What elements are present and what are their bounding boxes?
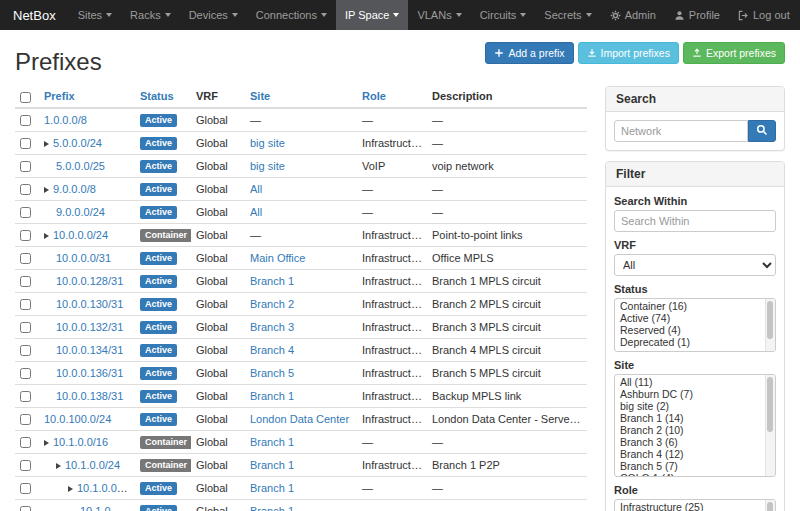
prefix-link[interactable]: 10.0.0.128/31 — [56, 275, 123, 287]
prefix-link[interactable]: 10.0.0.130/31 — [56, 298, 123, 310]
nav-item-devices[interactable]: Devices — [180, 0, 247, 30]
vrf-select[interactable]: All — [614, 254, 776, 276]
prefix-link[interactable]: 10.0.0.0/31 — [56, 252, 111, 264]
expand-arrow-icon[interactable] — [68, 486, 73, 492]
nav-item-racks[interactable]: Racks — [121, 0, 180, 30]
option-branch-1-14[interactable]: Branch 1 (14) — [615, 412, 775, 424]
site-link[interactable]: All — [250, 206, 262, 218]
row-checkbox[interactable] — [20, 391, 31, 402]
scrollbar-thumb[interactable] — [767, 377, 773, 432]
site-link[interactable]: big site — [250, 137, 285, 149]
site-link[interactable]: Branch 3 — [250, 321, 294, 333]
site-link[interactable]: Branch 1 — [250, 459, 294, 471]
option-branch-2-10[interactable]: Branch 2 (10) — [615, 424, 775, 436]
row-checkbox[interactable] — [20, 276, 31, 287]
column-header-prefix[interactable]: Prefix — [39, 86, 135, 108]
option-infrastructure-25[interactable]: Infrastructure (25) — [615, 501, 775, 511]
nav-item-profile[interactable]: Profile — [665, 0, 729, 30]
site-listbox[interactable]: All (11)Ashburn DC (7)big site (2)Branch… — [614, 374, 776, 477]
site-link[interactable]: Branch 1 — [250, 390, 294, 402]
import-prefixes-button[interactable]: Import prefixes — [578, 42, 679, 64]
row-checkbox[interactable] — [20, 184, 31, 195]
prefix-link[interactable]: 9.0.0.0/8 — [53, 183, 96, 195]
add-a-prefix-button[interactable]: Add a prefix — [485, 42, 573, 64]
row-checkbox[interactable] — [20, 230, 31, 241]
option-branch-3-6[interactable]: Branch 3 (6) — [615, 436, 775, 448]
site-link[interactable]: Branch 5 — [250, 367, 294, 379]
row-checkbox[interactable] — [20, 483, 31, 494]
expand-arrow-icon[interactable] — [44, 440, 49, 446]
option-reserved-4[interactable]: Reserved (4) — [615, 324, 775, 336]
nav-item-connections[interactable]: Connections — [247, 0, 336, 30]
nav-item-sites[interactable]: Sites — [69, 0, 121, 30]
option-container-16[interactable]: Container (16) — [615, 300, 775, 312]
site-link[interactable]: Branch 1 — [250, 482, 294, 494]
column-header-site[interactable]: Site — [245, 86, 357, 108]
prefix-link[interactable]: 5.0.0.0/25 — [56, 160, 105, 172]
site-link[interactable]: big site — [250, 160, 285, 172]
nav-item-circuits[interactable]: Circuits — [471, 0, 536, 30]
option-branch-4-12[interactable]: Branch 4 (12) — [615, 448, 775, 460]
row-checkbox[interactable] — [20, 161, 31, 172]
row-checkbox[interactable] — [20, 115, 31, 126]
prefix-link[interactable]: 9.0.0.0/24 — [56, 206, 105, 218]
prefix-link[interactable]: 10.1.0.0/24 — [65, 459, 120, 471]
row-checkbox[interactable] — [20, 437, 31, 448]
column-header-role[interactable]: Role — [357, 86, 427, 108]
row-checkbox[interactable] — [20, 368, 31, 379]
prefix-link[interactable]: 10.1.0.0/26 — [80, 505, 135, 511]
site-link[interactable]: Branch 1 — [250, 436, 294, 448]
prefix-link[interactable]: 10.1.0.0/16 — [53, 436, 108, 448]
option-ashburn-dc-7[interactable]: Ashburn DC (7) — [615, 388, 775, 400]
prefix-link[interactable]: 5.0.0.0/24 — [53, 137, 102, 149]
site-link[interactable]: Branch 2 — [250, 298, 294, 310]
row-checkbox[interactable] — [20, 345, 31, 356]
prefix-link[interactable]: 10.1.0.0/25 — [77, 482, 132, 494]
nav-item-admin[interactable]: Admin — [601, 0, 665, 30]
nav-item-log-out[interactable]: Log out — [729, 0, 799, 30]
row-checkbox[interactable] — [20, 460, 31, 471]
search-button[interactable] — [748, 120, 776, 142]
site-link[interactable]: Branch 1 — [250, 505, 294, 511]
role-listbox[interactable]: Infrastructure (25)Management (8)Private… — [614, 499, 776, 511]
nav-item-vlans[interactable]: VLANs — [408, 0, 470, 30]
expand-arrow-icon[interactable] — [56, 463, 61, 469]
option-active-74[interactable]: Active (74) — [615, 312, 775, 324]
status-listbox[interactable]: Container (16)Active (74)Reserved (4)Dep… — [614, 298, 776, 352]
option-deprecated-1[interactable]: Deprecated (1) — [615, 336, 775, 348]
prefix-link[interactable]: 10.0.0.136/31 — [56, 367, 123, 379]
scrollbar-thumb[interactable] — [767, 502, 773, 511]
expand-arrow-icon[interactable] — [44, 233, 49, 239]
row-checkbox[interactable] — [20, 506, 31, 511]
expand-arrow-icon[interactable] — [44, 141, 49, 147]
prefix-link[interactable]: 10.0.100.0/24 — [44, 413, 111, 425]
option-big-site-2[interactable]: big site (2) — [615, 400, 775, 412]
nav-item-ip-space[interactable]: IP Space — [336, 0, 408, 30]
row-checkbox[interactable] — [20, 138, 31, 149]
app-logo[interactable]: NetBox — [0, 0, 69, 30]
site-link[interactable]: Branch 4 — [250, 344, 294, 356]
expand-arrow-icon[interactable] — [44, 187, 49, 193]
prefix-link[interactable]: 10.0.0.132/31 — [56, 321, 123, 333]
scrollbar-thumb[interactable] — [767, 301, 773, 339]
search-input[interactable] — [614, 120, 748, 142]
prefix-link[interactable]: 10.0.0.0/24 — [53, 229, 108, 241]
option-all-11[interactable]: All (11) — [615, 376, 775, 388]
nav-item-secrets[interactable]: Secrets — [535, 0, 600, 30]
column-header-status[interactable]: Status — [135, 86, 191, 108]
site-link[interactable]: All — [250, 183, 262, 195]
export-prefixes-button[interactable]: Export prefixes — [683, 42, 785, 64]
site-link[interactable]: Main Office — [250, 252, 305, 264]
site-link[interactable]: London Data Center — [250, 413, 349, 425]
prefix-link[interactable]: 10.0.0.138/31 — [56, 390, 123, 402]
option-colo-1-4[interactable]: COLO 1 (4) — [615, 472, 775, 477]
row-checkbox[interactable] — [20, 299, 31, 310]
select-all-checkbox[interactable] — [20, 92, 31, 103]
prefix-link[interactable]: 10.0.0.134/31 — [56, 344, 123, 356]
row-checkbox[interactable] — [20, 253, 31, 264]
option-branch-5-7[interactable]: Branch 5 (7) — [615, 460, 775, 472]
prefix-link[interactable]: 1.0.0.0/8 — [44, 114, 87, 126]
search-within-input[interactable] — [614, 210, 776, 232]
site-link[interactable]: Branch 1 — [250, 275, 294, 287]
row-checkbox[interactable] — [20, 322, 31, 333]
